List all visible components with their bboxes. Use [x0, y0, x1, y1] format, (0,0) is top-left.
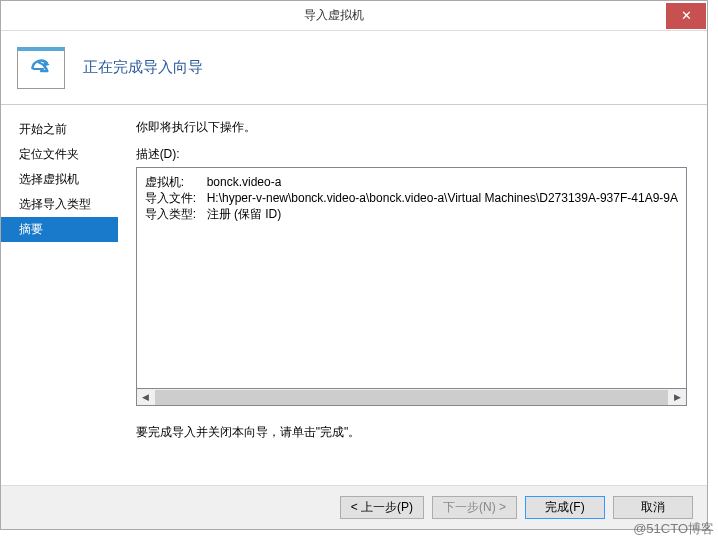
sidebar-item-choose-import-type[interactable]: 选择导入类型 [1, 192, 118, 217]
summary-type-value: 注册 (保留 ID) [207, 206, 282, 222]
next-button: 下一步(N) > [432, 496, 517, 519]
description-label: 描述(D): [136, 146, 687, 163]
titlebar: 导入虚拟机 ✕ [1, 1, 707, 31]
summary-vm-value: bonck.video-a [207, 174, 282, 190]
cancel-button[interactable]: 取消 [613, 496, 693, 519]
summary-textbox: 虚拟机: bonck.video-a 导入文件: H:\hyper-v-new\… [136, 167, 687, 389]
sidebar-item-summary[interactable]: 摘要 [1, 217, 118, 242]
close-icon[interactable]: ✕ [666, 3, 706, 29]
summary-file-value: H:\hyper-v-new\bonck.video-a\bonck.video… [207, 190, 678, 206]
window-title: 导入虚拟机 [1, 7, 666, 24]
summary-row-type: 导入类型: 注册 (保留 ID) [145, 206, 678, 222]
horizontal-scrollbar[interactable]: ◀ ▶ [136, 389, 687, 406]
sidebar-item-select-vm[interactable]: 选择虚拟机 [1, 167, 118, 192]
summary-file-key: 导入文件: [145, 190, 207, 206]
finish-instruction: 要完成导入并关闭本向导，请单击"完成"。 [136, 424, 687, 441]
sidebar-item-locate-folder[interactable]: 定位文件夹 [1, 142, 118, 167]
import-arrow-icon [17, 47, 65, 89]
scroll-left-icon[interactable]: ◀ [137, 390, 154, 405]
finish-button[interactable]: 完成(F) [525, 496, 605, 519]
sidebar-item-before-you-begin[interactable]: 开始之前 [1, 117, 118, 142]
page-title: 正在完成导入向导 [83, 58, 203, 77]
wizard-steps-sidebar: 开始之前 定位文件夹 选择虚拟机 选择导入类型 摘要 [1, 105, 118, 485]
wizard-main-panel: 你即将执行以下操作。 描述(D): 虚拟机: bonck.video-a 导入文… [118, 105, 707, 485]
summary-row-vm: 虚拟机: bonck.video-a [145, 174, 678, 190]
scroll-right-icon[interactable]: ▶ [669, 390, 686, 405]
scrollbar-thumb[interactable] [155, 390, 668, 405]
wizard-header: 正在完成导入向导 [1, 31, 707, 105]
summary-type-key: 导入类型: [145, 206, 207, 222]
summary-row-file: 导入文件: H:\hyper-v-new\bonck.video-a\bonck… [145, 190, 678, 206]
wizard-body: 开始之前 定位文件夹 选择虚拟机 选择导入类型 摘要 你即将执行以下操作。 描述… [1, 105, 707, 485]
wizard-button-row: < 上一步(P) 下一步(N) > 完成(F) 取消 [1, 485, 707, 529]
previous-button[interactable]: < 上一步(P) [340, 496, 424, 519]
import-vm-dialog: 导入虚拟机 ✕ 正在完成导入向导 开始之前 定位文件夹 选择虚拟机 选择导入类型… [0, 0, 708, 530]
summary-vm-key: 虚拟机: [145, 174, 207, 190]
watermark-text: @51CTO博客 [633, 520, 714, 538]
intro-text: 你即将执行以下操作。 [136, 119, 687, 136]
